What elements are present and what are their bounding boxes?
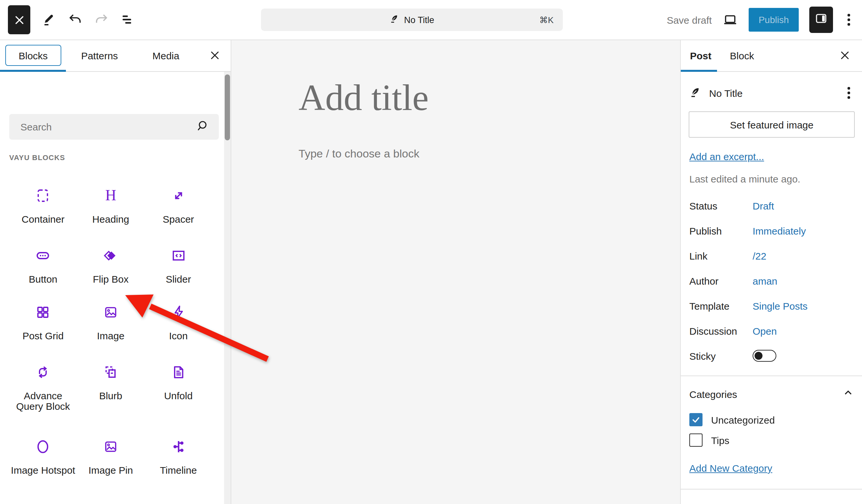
last-edited-text: Last edited a minute ago. [689,173,862,185]
add-new-category-link[interactable]: Add New Category [689,463,772,474]
block-label: Image [97,331,124,341]
block-label: Button [29,274,57,284]
block-item-slider[interactable]: Slider [145,248,212,304]
checkbox-tips[interactable] [689,434,703,447]
unfold-icon [170,364,186,380]
block-label: Advance Query Block [9,391,77,411]
tab-label: Media [153,50,180,61]
block-label: Icon [169,331,188,341]
block-item-container[interactable]: Container [9,188,77,248]
block-label: Container [22,214,65,224]
block-appender-placeholder[interactable]: Type / to choose a block [299,148,615,161]
row-value-status[interactable]: Draft [753,200,774,211]
sidebar-tab-list: PostBlock [681,40,862,72]
inserter-scrollbar[interactable] [224,72,231,504]
scrollbar-thumb[interactable] [225,75,230,140]
edit-pencil-icon[interactable] [41,12,57,28]
block-item-image[interactable]: Image [77,304,144,364]
site-leaf-icon [390,14,399,26]
block-label: Spacer [163,214,194,224]
block-item-spacer[interactable]: Spacer [145,188,212,248]
block-item-button[interactable]: Button [9,248,77,304]
block-label: Image Hotspot [11,465,75,475]
block-label: Image Pin [88,465,133,475]
tab-post[interactable]: Post [681,40,721,71]
block-item-image-hotspot[interactable]: Image Hotspot [9,439,77,475]
block-item-unfold[interactable]: Unfold [145,364,212,439]
publish-button[interactable]: Publish [749,8,799,31]
post-leaf-icon [689,86,701,100]
close-inserter-button[interactable] [8,5,30,34]
close-icon [11,12,27,28]
tab-patterns[interactable]: Patterns [66,40,132,71]
row-label: Link [689,250,753,261]
block-label: Slider [166,274,191,284]
block-item-icon[interactable]: Icon [145,304,212,364]
post-title-placeholder[interactable]: Add title [299,77,615,118]
button-icon [35,248,51,264]
undo-icon[interactable] [67,12,83,28]
block-item-timeline[interactable]: Timeline [145,439,212,475]
categories-panel: Categories UncategorizedTips Add New Cat… [681,376,862,474]
tab-label: Patterns [81,50,118,61]
tab-blocks[interactable]: Blocks [0,40,66,71]
post-summary-rows: StatusDraftPublishImmediatelyLink/22Auth… [689,198,854,364]
options-menu-icon[interactable] [844,14,854,26]
block-label: Heading [92,214,129,224]
slider-icon [170,248,186,264]
sidebar-panel-icon [815,13,827,27]
row-label: Author [689,275,753,286]
row-value-author[interactable]: aman [753,275,777,286]
row-value-discussion[interactable]: Open [753,325,777,336]
command-palette-bar[interactable]: No Title ⌘K [261,9,563,31]
block-search-input[interactable] [9,121,195,132]
tab-block[interactable]: Block [721,40,763,71]
add-excerpt-link[interactable]: Add an excerpt... [689,151,764,162]
inserter-close-button[interactable] [199,40,231,71]
block-item-blurb[interactable]: Blurb [77,364,144,439]
block-search-box [9,114,219,140]
category-label: Uncategorized [711,414,775,425]
block-item-flip-box[interactable]: Flip Box [77,248,144,304]
command-bar-title: No Title [404,15,434,25]
row-label: Discussion [689,325,753,336]
block-item-post-grid[interactable]: Post Grid [9,304,77,364]
summary-row-discussion: DiscussionOpen [689,323,854,339]
blurb-icon [103,364,119,380]
preview-laptop-icon[interactable] [722,12,738,28]
editor-canvas[interactable]: Add title Type / to choose a block [231,40,680,504]
tags-header[interactable]: Tags [689,500,854,504]
categories-header[interactable]: Categories [689,387,854,401]
summary-row-link: Link/22 [689,248,854,264]
block-item-image-pin[interactable]: Image Pin [77,439,144,475]
document-overview-icon[interactable] [120,12,136,28]
chevron-up-icon [842,387,854,401]
block-inserter-panel: BlocksPatternsMedia VAYU BLOCKS Containe… [0,40,231,504]
block-label: Unfold [164,391,193,401]
settings-panel-toggle-button[interactable] [809,6,833,33]
block-item-advance-query-block[interactable]: Advance Query Block [9,364,77,439]
block-item-heading[interactable]: HHeading [77,188,144,248]
svg-text:H: H [105,188,116,203]
row-value-publish[interactable]: Immediately [753,225,806,236]
row-value-template[interactable]: Single Posts [753,300,808,311]
summary-row-publish: PublishImmediately [689,223,854,239]
heading-icon: H [103,188,119,203]
save-draft-button[interactable]: Save draft [667,14,712,25]
sticky-toggle[interactable] [753,350,776,362]
summary-row-template: TemplateSingle Posts [689,298,854,314]
set-featured-image-button[interactable]: Set featured image [689,111,855,138]
sidebar-close-button[interactable] [832,40,858,71]
summary-row-author: Authoraman [689,273,854,289]
summary-row-sticky: Sticky [689,348,854,364]
flip-box-icon [103,248,119,264]
category-row-uncategorized: Uncategorized [689,413,854,426]
redo-icon[interactable] [94,12,109,28]
post-actions-menu-icon[interactable] [844,87,854,99]
tab-media[interactable]: Media [133,40,199,71]
checkbox-uncategorized[interactable] [689,413,703,426]
row-label: Sticky [689,350,753,361]
image-hotspot-icon [35,439,51,454]
row-value-link[interactable]: /22 [753,250,767,261]
advance-query-icon [35,364,51,380]
